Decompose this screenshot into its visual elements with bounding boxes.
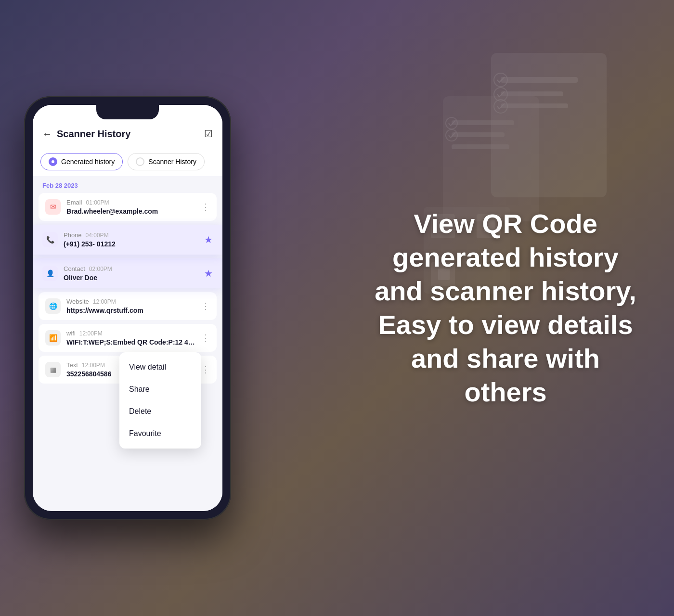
wifi-menu-icon[interactable]: ⋮: [201, 333, 210, 343]
context-menu-delete[interactable]: Delete: [119, 400, 201, 423]
app-title: Scanner History: [57, 128, 130, 140]
wifi-item-header: wifi 12:00PM: [66, 330, 195, 337]
history-item-contact[interactable]: 👤 Contact 02:00PM Oliver Doe ★: [33, 258, 222, 288]
email-icon: ✉: [50, 203, 56, 211]
svg-rect-9: [452, 132, 505, 137]
header-select-icon[interactable]: ☑: [204, 128, 213, 140]
contact-item-content: Contact 02:00PM Oliver Doe: [64, 265, 198, 282]
website-icon: 🌐: [49, 302, 57, 310]
history-item-website[interactable]: 🌐 Website 12:00PM https://www.qrstuff.co…: [39, 292, 217, 320]
email-item-content: Email 01:00PM Brad.wheeler@example.com: [66, 199, 195, 215]
wifi-icon-container: 📶: [45, 330, 61, 346]
tab-generated-history[interactable]: Generated history: [40, 153, 123, 170]
wifi-type-label: wifi: [66, 330, 76, 337]
contact-type-label: Contact: [64, 265, 85, 272]
context-menu: View detail Share Delete Favourite: [119, 352, 201, 449]
phone-mockup: ← Scanner History ☑ Generated history Sc…: [24, 96, 231, 520]
wifi-value: WIFI:T:WEP;S:Embed QR Code:P:12 456789;H…: [66, 338, 195, 346]
email-value: Brad.wheeler@example.com: [66, 207, 195, 215]
contact-time: 02:00PM: [89, 266, 112, 272]
contact-value: Oliver Doe: [64, 274, 198, 282]
context-menu-favourite[interactable]: Favourite: [119, 423, 201, 445]
email-type-label: Email: [66, 199, 82, 206]
text-time: 12:00PM: [82, 362, 105, 369]
contact-icon-container: 👤: [42, 266, 58, 281]
text-type-label: Text: [66, 361, 78, 369]
wifi-time: 12:00PM: [79, 330, 103, 337]
app-content: ← Scanner History ☑ Generated history Sc…: [33, 105, 222, 511]
date-section-label: Feb 28 2023: [33, 176, 222, 193]
phone-time: 04:00PM: [86, 232, 109, 239]
website-icon-container: 🌐: [45, 298, 61, 314]
email-item-header: Email 01:00PM: [66, 199, 195, 206]
header-left: ← Scanner History: [42, 128, 130, 140]
radio-generated: [49, 157, 57, 166]
phone-icon-container: 📞: [42, 232, 58, 247]
context-menu-share[interactable]: Share: [119, 378, 201, 400]
history-item-phone[interactable]: 📞 Phone 04:00PM (+91) 253- 01212 ★: [33, 225, 222, 255]
phone-item-content: Phone 04:00PM (+91) 253- 01212: [64, 231, 198, 248]
phone-item-header: Phone 04:00PM: [64, 231, 198, 239]
tab-scanner-history[interactable]: Scanner History: [128, 153, 205, 170]
phone-value: (+91) 253- 01212: [64, 240, 198, 248]
contact-item-header: Contact 02:00PM: [64, 265, 198, 272]
history-item-wifi[interactable]: 📶 wifi 12:00PM WIFI:T:WEP;S:Embed QR Cod…: [39, 324, 217, 352]
svg-rect-7: [443, 96, 539, 221]
overlay-line3: and scanner history,: [375, 276, 636, 306]
phone-icon: 📞: [46, 236, 54, 244]
radio-scanner: [136, 157, 144, 166]
contact-icon: 👤: [46, 270, 54, 277]
email-icon-container: ✉: [45, 199, 61, 215]
tab-generated-label: Generated history: [61, 158, 115, 166]
website-time: 12:00PM: [93, 298, 116, 305]
overlay-line5: and share with: [411, 343, 600, 373]
svg-rect-8: [452, 120, 514, 125]
svg-rect-10: [452, 144, 509, 149]
back-button[interactable]: ←: [42, 128, 52, 140]
phone-notch: [96, 105, 159, 119]
history-item-email[interactable]: ✉ Email 01:00PM Brad.wheeler@example.com…: [39, 193, 217, 221]
overlay-line6: others: [464, 377, 546, 407]
phone-type-label: Phone: [64, 231, 82, 239]
email-menu-icon[interactable]: ⋮: [201, 202, 210, 212]
overlay-heading: View QR Code generated history and scann…: [361, 207, 650, 409]
text-icon-container: ▦: [45, 362, 61, 377]
website-value: https://www.qrstuff.com: [66, 307, 195, 314]
wifi-item-content: wifi 12:00PM WIFI:T:WEP;S:Embed QR Code:…: [66, 330, 195, 346]
tab-scanner-label: Scanner History: [148, 158, 196, 166]
contact-star-icon[interactable]: ★: [204, 268, 213, 279]
toggle-tabs: Generated history Scanner History: [33, 147, 222, 176]
website-item-header: Website 12:00PM: [66, 298, 195, 305]
text-menu-icon[interactable]: ⋮: [201, 364, 210, 375]
svg-rect-1: [501, 77, 578, 83]
phone-screen: ← Scanner History ☑ Generated history Sc…: [33, 105, 222, 511]
svg-rect-2: [501, 91, 563, 96]
website-type-label: Website: [66, 298, 89, 305]
overlay-line2: generated history: [392, 242, 619, 272]
overlay-text-panel: View QR Code generated history and scann…: [361, 207, 650, 409]
phone-star-icon[interactable]: ★: [204, 234, 213, 245]
overlay-line1: View QR Code: [414, 208, 597, 239]
website-item-content: Website 12:00PM https://www.qrstuff.com: [66, 298, 195, 314]
phone-frame: ← Scanner History ☑ Generated history Sc…: [24, 96, 231, 520]
context-menu-view-detail[interactable]: View detail: [119, 356, 201, 378]
overlay-line4: Easy to view details: [378, 309, 633, 340]
wifi-icon: 📶: [49, 334, 57, 342]
text-qr-icon: ▦: [50, 366, 56, 373]
email-time: 01:00PM: [86, 199, 109, 206]
website-menu-icon[interactable]: ⋮: [201, 301, 210, 311]
